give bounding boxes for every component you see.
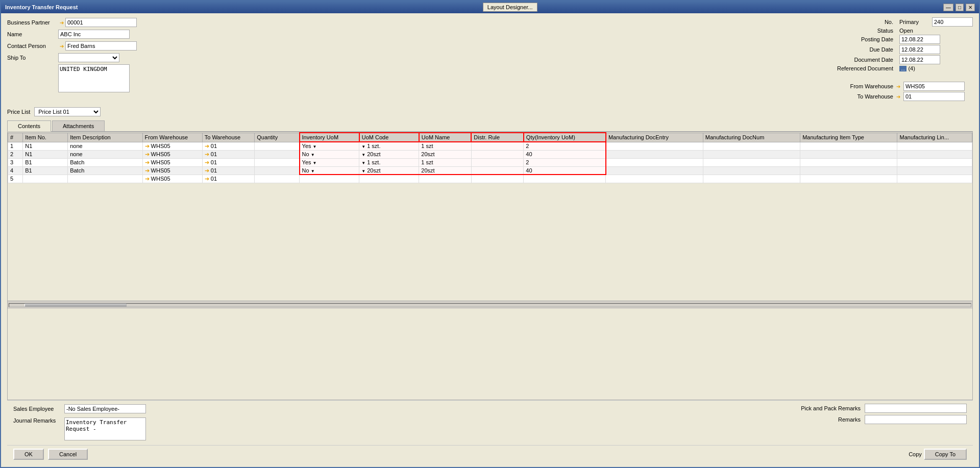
cell-uomcode[interactable]: ▼ 1 szt. [359, 142, 419, 150]
cell-uomname[interactable]: 1 szt [419, 158, 472, 166]
cell-qty[interactable] [255, 158, 300, 166]
cell-hash[interactable]: 1 [8, 142, 23, 150]
cell-invuom[interactable]: No ▼ [300, 150, 359, 158]
cell-manlin[interactable] [897, 166, 972, 175]
cell-itemno[interactable]: B1 [23, 166, 68, 175]
cell-uomname[interactable] [419, 175, 472, 183]
cell-desc[interactable]: none [68, 150, 142, 158]
cell-distr[interactable] [471, 166, 524, 175]
cell-qtyinv[interactable]: 40 [524, 150, 606, 158]
business-partner-input[interactable] [65, 18, 137, 27]
cell-fromwh[interactable]: ➔ WHS05 [142, 142, 202, 150]
cell-uomcode[interactable]: ▼ 20szt [359, 166, 419, 175]
price-list-select[interactable]: Price List 01 [34, 107, 101, 116]
cell-manlin[interactable] [897, 175, 972, 183]
cell-mandocentry[interactable] [606, 158, 703, 166]
close-button[interactable]: ✕ [966, 4, 975, 11]
cell-mandocnum[interactable] [703, 150, 800, 158]
to-warehouse-input[interactable] [903, 92, 965, 101]
horizontal-scrollbar[interactable] [8, 301, 972, 309]
minimize-button[interactable]: — [943, 4, 953, 11]
cell-itemno[interactable] [23, 175, 68, 183]
cell-desc[interactable]: none [68, 142, 142, 150]
cell-invuom[interactable]: No ▼ [300, 166, 359, 175]
cell-uomcode[interactable] [359, 175, 419, 183]
cell-mandocentry[interactable] [606, 142, 703, 150]
cell-manitemtype[interactable] [800, 166, 897, 175]
referenced-doc-button[interactable]: ... [899, 66, 906, 71]
cell-towh[interactable]: ➔ 01 [202, 175, 255, 183]
cancel-button[interactable]: Cancel [48, 449, 88, 460]
table-row[interactable]: 2N1none➔ WHS05➔ 01No ▼▼ 20szt20szt40 [8, 150, 972, 158]
cell-manitemtype[interactable] [800, 150, 897, 158]
cell-itemno[interactable]: N1 [23, 142, 68, 150]
cell-distr[interactable] [471, 175, 524, 183]
cell-mandocnum[interactable] [703, 158, 800, 166]
name-input[interactable] [58, 30, 130, 39]
cell-qty[interactable] [255, 166, 300, 175]
cell-qtyinv[interactable]: 40 [524, 166, 606, 175]
cell-hash[interactable]: 2 [8, 150, 23, 158]
table-row[interactable]: 4B1Batch➔ WHS05➔ 01No ▼▼ 20szt20szt40 [8, 166, 972, 175]
layout-designer-button[interactable]: Layout Designer... [483, 3, 537, 12]
cell-hash[interactable]: 5 [8, 175, 23, 183]
cell-uomcode[interactable]: ▼ 20szt [359, 150, 419, 158]
tab-contents[interactable]: Contents [7, 120, 51, 132]
cell-towh[interactable]: ➔ 01 [202, 166, 255, 175]
document-date-input[interactable] [899, 55, 940, 64]
ok-button[interactable]: OK [13, 449, 44, 460]
cell-mandocentry[interactable] [606, 175, 703, 183]
tab-attachments[interactable]: Attachments [52, 120, 105, 131]
ship-to-select[interactable] [58, 53, 119, 62]
cell-qty[interactable] [255, 142, 300, 150]
cell-hash[interactable]: 4 [8, 166, 23, 175]
cell-fromwh[interactable]: ➔ WHS05 [142, 150, 202, 158]
table-scroll[interactable]: # Item No. Item Description From Warehou… [8, 132, 972, 301]
maximize-button[interactable]: □ [955, 4, 964, 11]
cell-distr[interactable] [471, 142, 524, 150]
cell-uomname[interactable]: 20szt [419, 150, 472, 158]
cell-invuom[interactable]: Yes ▼ [300, 142, 359, 150]
cell-towh[interactable]: ➔ 01 [202, 142, 255, 150]
cell-mandocnum[interactable] [703, 142, 800, 150]
cell-uomname[interactable]: 1 szt [419, 142, 472, 150]
cell-itemno[interactable]: B1 [23, 158, 68, 166]
cell-manlin[interactable] [897, 158, 972, 166]
pick-pack-input[interactable] [865, 404, 967, 413]
sales-employee-input[interactable] [64, 404, 146, 413]
cell-mandocentry[interactable] [606, 166, 703, 175]
cell-distr[interactable] [471, 158, 524, 166]
cell-manitemtype[interactable] [800, 142, 897, 150]
cell-uomcode[interactable]: ▼ 1 szt. [359, 158, 419, 166]
table-row[interactable]: 3B1Batch➔ WHS05➔ 01Yes ▼▼ 1 szt.1 szt2 [8, 158, 972, 166]
due-date-input[interactable] [899, 45, 940, 54]
cell-qty[interactable] [255, 175, 300, 183]
cell-mandocnum[interactable] [703, 175, 800, 183]
cell-towh[interactable]: ➔ 01 [202, 158, 255, 166]
cell-invuom[interactable]: Yes ▼ [300, 158, 359, 166]
cell-invuom[interactable] [300, 175, 359, 183]
cell-desc[interactable]: Batch [68, 158, 142, 166]
cell-manlin[interactable] [897, 142, 972, 150]
cell-manitemtype[interactable] [800, 175, 897, 183]
cell-manlin[interactable] [897, 150, 972, 158]
journal-remarks-textarea[interactable]: Inventory Transfer Request - [64, 417, 146, 440]
contact-person-input[interactable] [65, 41, 137, 51]
copy-to-button[interactable]: Copy To [924, 449, 967, 460]
cell-manitemtype[interactable] [800, 158, 897, 166]
cell-distr[interactable] [471, 150, 524, 158]
ship-to-address-textarea[interactable]: UNITED KINGDOM [58, 64, 130, 92]
from-warehouse-input[interactable] [903, 82, 965, 91]
cell-desc[interactable] [68, 175, 142, 183]
cell-itemno[interactable]: N1 [23, 150, 68, 158]
remarks-input[interactable] [865, 415, 967, 424]
cell-uomname[interactable]: 20szt [419, 166, 472, 175]
cell-qtyinv[interactable]: 2 [524, 158, 606, 166]
cell-towh[interactable]: ➔ 01 [202, 150, 255, 158]
cell-mandocentry[interactable] [606, 150, 703, 158]
cell-qtyinv[interactable] [524, 175, 606, 183]
cell-fromwh[interactable]: ➔ WHS05 [142, 175, 202, 183]
posting-date-input[interactable] [899, 35, 940, 44]
no-input[interactable] [932, 17, 973, 27]
cell-hash[interactable]: 3 [8, 158, 23, 166]
